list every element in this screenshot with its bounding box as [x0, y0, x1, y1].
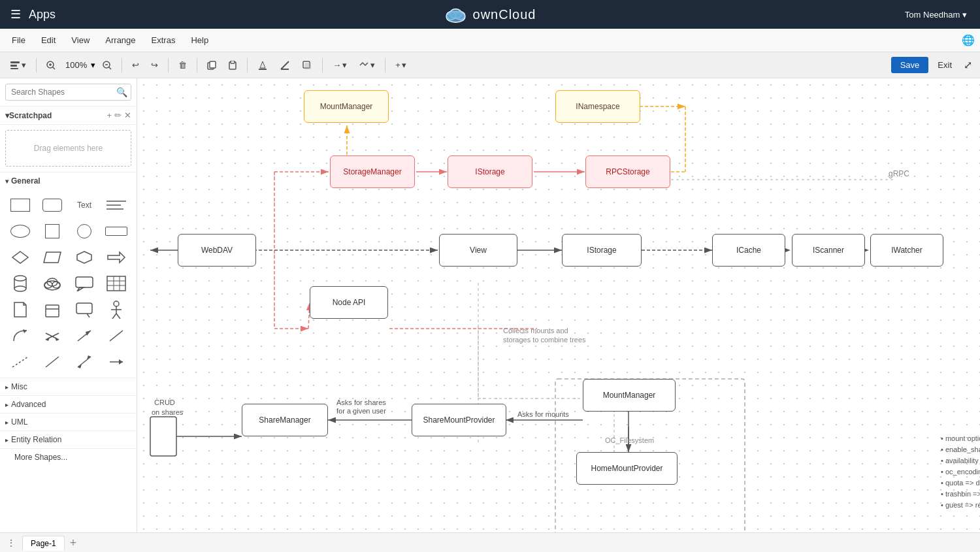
scratchpad-drop: Drag elements here	[5, 130, 131, 167]
uml-section[interactable]: UML	[0, 413, 137, 430]
connection-button[interactable]: → ▾	[328, 57, 351, 73]
shape-lines[interactable]	[102, 193, 131, 217]
add-button[interactable]: + ▾	[391, 57, 411, 73]
double-arrow-icon	[41, 327, 64, 345]
shape-double-arrow[interactable]	[37, 324, 67, 348]
menu-file[interactable]: File	[5, 33, 32, 48]
rect-icon	[8, 196, 32, 214]
shape-speech[interactable]	[70, 298, 99, 321]
shape-cylinder[interactable]	[5, 272, 35, 295]
shape-line2[interactable]	[37, 350, 67, 374]
save-button[interactable]: Save	[891, 57, 929, 73]
entity-relation-section[interactable]: Entity Relation	[0, 430, 137, 448]
connection-chevron: ▾	[342, 60, 347, 70]
general-section-header[interactable]: General	[0, 172, 137, 189]
shape-note[interactable]	[5, 298, 35, 321]
shape-line-diag[interactable]	[102, 324, 131, 348]
shape-wide[interactable]	[102, 219, 131, 243]
shape-parallelogram[interactable]	[37, 246, 67, 269]
menu-arrange[interactable]: Arrange	[99, 33, 142, 48]
svg-text:• availability ...: • availability ...	[941, 457, 980, 464]
svg-rect-19	[210, 61, 216, 68]
shape-person[interactable]	[102, 298, 131, 321]
format-button[interactable]: ▾	[5, 57, 31, 74]
more-shapes-section[interactable]: More Shapes...	[0, 448, 137, 466]
user-area[interactable]: Tom Needham ▾	[905, 10, 967, 20]
delete-button[interactable]: 🗑	[174, 57, 191, 73]
shape-rect[interactable]	[5, 193, 35, 217]
menu-extras[interactable]: Extras	[145, 33, 182, 48]
shape-arrow[interactable]	[102, 246, 131, 269]
rect-rounded-icon	[41, 196, 64, 214]
zoom-out-button[interactable]	[98, 57, 116, 73]
shape-cloud[interactable]	[37, 272, 67, 295]
globe-icon[interactable]: 🌐	[962, 34, 975, 46]
zoom-display[interactable]: 100% ▾	[63, 60, 95, 70]
shadow-button[interactable]	[297, 57, 317, 74]
svg-text:OC_Filesystem: OC_Filesystem	[605, 436, 654, 444]
sep6	[322, 58, 323, 73]
menu-icon[interactable]: ☰	[10, 7, 21, 22]
shape-rect-rounded[interactable]	[37, 193, 67, 217]
advanced-section[interactable]: Advanced	[0, 395, 137, 413]
fullscreen-button[interactable]: ⤢	[961, 56, 975, 74]
misc-section[interactable]: Misc	[0, 378, 137, 395]
shape-square[interactable]	[37, 219, 67, 243]
zoom-in-button[interactable]	[42, 57, 60, 73]
shape-hexagon[interactable]	[70, 246, 99, 269]
shape-diamond[interactable]	[5, 246, 35, 269]
search-wrap: 🔍	[5, 84, 131, 101]
redo-button[interactable]: ↪	[146, 57, 163, 73]
paste-style-button[interactable]	[223, 57, 242, 73]
shape-bidirectional[interactable]	[70, 350, 99, 374]
page-options-button[interactable]: ⋮	[5, 536, 17, 549]
search-input[interactable]	[5, 84, 131, 101]
advanced-title: Advanced	[11, 400, 46, 409]
svg-rect-21	[231, 61, 235, 63]
scratchpad-add-btn[interactable]: +	[106, 110, 112, 120]
copy-style-button[interactable]	[203, 57, 221, 73]
canvas-area[interactable]: • mount optio... • enable_sha... • avail…	[137, 78, 980, 532]
shapes-grid: Text	[0, 189, 137, 378]
app-title: Apps	[29, 8, 56, 22]
table-icon	[105, 274, 128, 293]
menu-edit[interactable]: Edit	[35, 33, 62, 48]
menu-view[interactable]: View	[65, 33, 96, 48]
undo-button[interactable]: ↩	[127, 57, 144, 73]
scratchpad-clear-btn[interactable]: ✕	[124, 110, 131, 120]
waypoint-icon	[359, 60, 369, 71]
scratchpad-header[interactable]: Scratchpad + ✏ ✕	[0, 106, 137, 125]
logo-area: ownCloud	[444, 5, 536, 24]
page-tab[interactable]: Page-1	[22, 536, 65, 551]
cloud-icon	[41, 274, 64, 293]
shape-curve[interactable]	[5, 324, 35, 348]
svg-rect-52	[76, 303, 92, 314]
shape-table[interactable]	[102, 272, 131, 295]
search-icon-btn[interactable]: 🔍	[116, 87, 127, 97]
svg-line-67	[12, 357, 28, 367]
svg-text:CRUD: CRUD	[154, 398, 175, 406]
shape-arrow-diag[interactable]	[70, 324, 99, 348]
line2-icon	[41, 353, 64, 371]
shape-arrow3[interactable]	[102, 350, 131, 374]
shape-dashed[interactable]	[5, 350, 35, 374]
menu-help[interactable]: Help	[184, 33, 215, 48]
entity-relation-title: Entity Relation	[11, 435, 61, 444]
line-button[interactable]	[275, 57, 295, 74]
fill-button[interactable]	[253, 57, 272, 74]
svg-text:• guest => re...: • guest => re...	[941, 501, 980, 509]
shape-callout[interactable]	[70, 272, 99, 295]
svg-rect-50	[46, 305, 59, 317]
cylinder-icon	[8, 274, 32, 293]
shape-circle[interactable]	[70, 219, 99, 243]
svg-rect-9	[10, 65, 17, 67]
shape-ellipse[interactable]	[5, 219, 35, 243]
waypoint-button[interactable]: ▾	[354, 57, 380, 74]
shape-card[interactable]	[37, 298, 67, 321]
parallelogram-icon	[41, 248, 64, 267]
svg-line-23	[281, 61, 289, 69]
scratchpad-edit-btn[interactable]: ✏	[114, 110, 122, 120]
add-page-button[interactable]: +	[70, 537, 77, 549]
exit-button[interactable]: Exit	[932, 57, 957, 73]
shape-text[interactable]: Text	[70, 193, 99, 217]
